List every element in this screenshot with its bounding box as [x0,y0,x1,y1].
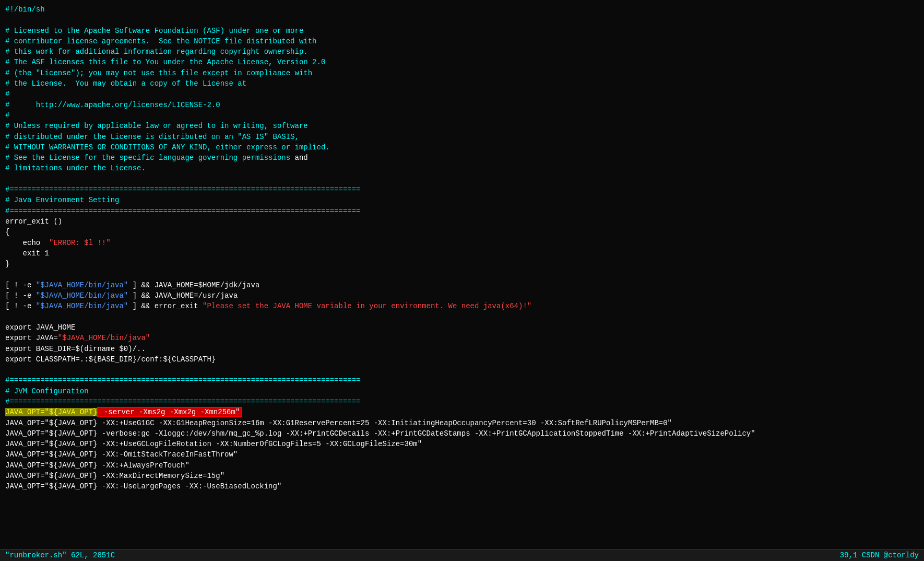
line-export2: export JAVA="$JAVA_HOME/bin/java" [5,333,919,343]
line-export4: export CLASSPATH=.:${BASE_DIR}/conf:${CL… [5,354,919,365]
line-license12: # limitations under the License. [5,163,919,173]
line-sep2: #=======================================… [5,206,919,216]
line-shebang: #!/bin/sh [5,4,919,15]
line-jvmopt2: JAVA_OPT="${JAVA_OPT} -XX:+UseG1GC -XX:G… [5,418,919,428]
line-license3: # this work for additional information r… [5,46,919,57]
line-export3: export BASE_DIR=$(dirname $0)/.. [5,344,919,354]
line-blank3: # [5,110,919,121]
line-jvmopt7: JAVA_OPT="${JAVA_OPT} -XX:MaxDirectMemor… [5,471,919,481]
line-jvmopt5: JAVA_OPT="${JAVA_OPT} -XX:-OmitStackTrac… [5,449,919,460]
line-jvmopt4: JAVA_OPT="${JAVA_OPT} -XX:+UseGCLogFileR… [5,439,919,449]
line-jvm-config: # JVM Configuration [5,386,919,396]
status-right: 39,1 CSDN @ctorldy [840,551,919,559]
line-license5: # (the "License"); you may not use this … [5,68,919,78]
line-jvmopt6: JAVA_OPT="${JAVA_OPT} -XX:+AlwaysPreTouc… [5,460,919,471]
line-license8: # Unless required by applicable law or a… [5,121,919,131]
status-left: "runbroker.sh" 62L, 2851C [5,551,115,559]
line-license7: # http://www.apache.org/licenses/LICENSE… [5,100,919,110]
line-license6: # the License. You may obtain a copy of … [5,78,919,89]
line-brace-close: } [5,259,919,269]
line-sep1: #=======================================… [5,184,919,195]
line-license11: # See the License for the specific langu… [5,153,919,163]
line-export1: export JAVA_HOME [5,322,919,333]
line-blank6 [5,312,919,322]
line-check3: [ ! -e "$JAVA_HOME/bin/java" ] && error_… [5,301,919,311]
line-license10: # WITHOUT WARRANTIES OR CONDITIONS OF AN… [5,142,919,153]
line-blank4 [5,174,919,184]
line-sep3: #=======================================… [5,375,919,385]
line-brace-open: { [5,227,919,237]
line-sep4: #=======================================… [5,396,919,407]
line-license4: # The ASF licenses this file to You unde… [5,57,919,67]
line-check2: [ ! -e "$JAVA_HOME/bin/java" ] && JAVA_H… [5,290,919,301]
line-blank2: # [5,89,919,99]
line-error-exit-def: error_exit () [5,216,919,227]
line-jvmopt8: JAVA_OPT="${JAVA_OPT} -XX:-UseLargePages… [5,481,919,492]
line-blank7 [5,365,919,375]
line-java-env: # Java Environment Setting [5,195,919,205]
line-blank5 [5,269,919,279]
line-license9: # distributed under the License is distr… [5,132,919,142]
line-license1: # Licensed to the Apache Software Founda… [5,26,919,36]
line-license2: # contributor license agreements. See th… [5,36,919,46]
line-exit: exit 1 [5,248,919,259]
terminal-window: #!/bin/sh # Licensed to the Apache Softw… [0,0,924,561]
line-check1: [ ! -e "$JAVA_HOME/bin/java" ] && JAVA_H… [5,280,919,290]
line-jvmopt1: JAVA_OPT="${JAVA_OPT} -server -Xms2g -Xm… [5,407,919,417]
line-blank1 [5,15,919,25]
status-bar: "runbroker.sh" 62L, 2851C 39,1 CSDN @cto… [0,549,924,561]
line-echo: echo "ERROR: $l !!" [5,238,919,248]
line-jvmopt3: JAVA_OPT="${JAVA_OPT} -verbose:gc -Xlogg… [5,428,919,439]
